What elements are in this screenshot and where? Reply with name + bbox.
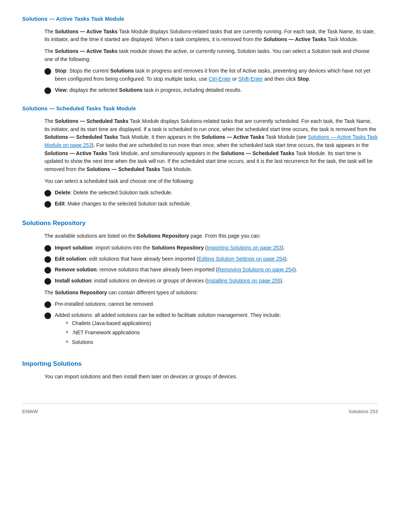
bold-text: Solutions — Active Tasks: [55, 48, 118, 54]
bold-text: Solutions — Scheduled Tasks: [55, 118, 129, 124]
paragraph: The Solutions Repository can contain dif…: [44, 289, 378, 297]
sub-list-item-text: .NET Framework applications: [72, 329, 140, 337]
list-item: Chailets (Java-based applications): [66, 319, 281, 328]
list-item-text: Install solution: install solutions on d…: [55, 277, 284, 285]
bullet-icon: [44, 201, 51, 208]
sub-bullet-icon: [66, 341, 68, 343]
bold-text: Solutions — Active Tasks: [44, 150, 107, 156]
sub-bullet-icon: [66, 331, 68, 333]
bold-text: Solutions — Active Tasks: [201, 134, 264, 140]
bold-text: Solutions: [110, 68, 134, 74]
bold-text: Solutions — Scheduled Tasks: [87, 166, 160, 172]
bold-text: Stop: [297, 76, 309, 82]
bullet-icon: [44, 245, 51, 252]
bold-text: Remove solution: [55, 267, 97, 272]
section-active-tasks: Solutions — Active Tasks Task ModuleThe …: [22, 15, 378, 94]
bold-text: Solutions Repository: [55, 290, 107, 295]
section-heading: Importing Solutions: [22, 359, 378, 369]
bullet-icon: [44, 278, 51, 285]
list-item-text: Remove solution: remove solutions that h…: [55, 266, 297, 274]
list-item-text: Edit: Make changes to the selected Solut…: [55, 200, 191, 208]
bold-text: Solutions — Active Tasks: [55, 29, 118, 34]
link[interactable]: Editing Solution Settings on page 254: [199, 256, 285, 262]
paragraph: The Solutions — Active Tasks Task Module…: [44, 28, 378, 44]
page-footer: ENWW Solutions 253: [22, 403, 378, 415]
page-container: Solutions — Active Tasks Task ModuleThe …: [22, 15, 378, 415]
sub-bullet-icon: [66, 322, 68, 324]
list-item-text: Pre-installed solutions: cannot be remov…: [55, 300, 154, 308]
list-item-text: Import solution: import solutions into t…: [55, 244, 285, 252]
sub-bullet-list: Chailets (Java-based applications).NET F…: [66, 319, 281, 347]
bold-text: Install solution: [55, 278, 91, 284]
list-item: Solutions: [66, 338, 281, 347]
bullet-list: Stop: Stops the current Solutions task i…: [44, 67, 378, 94]
list-item: Import solution: import solutions into t…: [44, 244, 378, 252]
footer-right: Solutions 253: [349, 408, 378, 415]
link[interactable]: Shift-Enter: [238, 76, 263, 82]
bullet-icon: [44, 301, 51, 308]
bold-text: Edit solution: [55, 256, 86, 262]
sub-list-item-text: Chailets (Java-based applications): [72, 319, 151, 328]
list-item-text: Stop: Stops the current Solutions task i…: [55, 67, 378, 83]
list-item: .NET Framework applications: [66, 329, 281, 337]
list-item: Edit solution: edit solutions that have …: [44, 255, 378, 263]
list-item: View: displays the selected Solutions ta…: [44, 86, 378, 94]
list-item-text: Delete: Delete the selected Solution tas…: [55, 189, 173, 197]
footer-left: ENWW: [22, 408, 38, 415]
bullet-list: Delete: Delete the selected Solution tas…: [44, 189, 378, 208]
bullet-icon: [44, 267, 51, 274]
content-block: The Solutions — Scheduled Tasks Task Mod…: [44, 117, 378, 208]
paragraph: The Solutions — Active Tasks task module…: [44, 47, 378, 63]
link[interactable]: Installing Solutions on page 255: [207, 278, 280, 284]
section-importing-solutions: Importing SolutionsYou can import soluti…: [22, 359, 378, 381]
list-item: Edit: Make changes to the selected Solut…: [44, 200, 378, 208]
list-item: Delete: Delete the selected Solution tas…: [44, 189, 378, 197]
bold-text: Solutions — Scheduled Tasks: [44, 134, 118, 140]
list-item: Pre-installed solutions: cannot be remov…: [44, 300, 378, 308]
content-block: The available solutions are listed on th…: [44, 232, 378, 349]
section-scheduled-tasks: Solutions — Scheduled Tasks Task ModuleT…: [22, 104, 378, 208]
content-block: You can import solutions and then instal…: [44, 373, 378, 381]
bold-text: Solutions Repository: [151, 245, 204, 251]
paragraph: You can select a scheduled task and choo…: [44, 177, 378, 185]
bold-text: View: [55, 87, 67, 93]
bold-text: Solutions Repository: [137, 233, 189, 239]
bullet-list: Pre-installed solutions: cannot be remov…: [44, 300, 378, 348]
list-item: Remove solution: remove solutions that h…: [44, 266, 378, 274]
list-item: Stop: Stops the current Solutions task i…: [44, 67, 378, 83]
list-item: Added solutions: all added solutions can…: [44, 311, 378, 349]
section-solutions-repository: Solutions RepositoryThe available soluti…: [22, 218, 378, 349]
section-heading: Solutions Repository: [22, 218, 378, 228]
link[interactable]: Importing Solutions on page 253: [207, 245, 282, 251]
bullet-icon: [44, 256, 51, 263]
sub-list-item-text: Solutions: [72, 338, 93, 347]
paragraph: The available solutions are listed on th…: [44, 232, 378, 240]
bold-text: Delete: [55, 190, 70, 195]
bold-text: Stop: [55, 68, 66, 74]
bullet-icon: [44, 68, 51, 75]
bullet-icon: [44, 312, 51, 319]
section-heading: Solutions — Scheduled Tasks Task Module: [22, 104, 378, 113]
bold-text: Edit: [55, 201, 64, 207]
link[interactable]: Removing Solutions on page 254: [218, 267, 294, 272]
bullet-icon: [44, 87, 51, 94]
link[interactable]: Ctrl-Enter: [209, 76, 231, 82]
bullet-list: Import solution: import solutions into t…: [44, 244, 378, 285]
list-item-text: Added solutions: all added solutions can…: [55, 311, 281, 349]
section-heading: Solutions — Active Tasks Task Module: [22, 15, 378, 23]
list-item-text: Edit solution: edit solutions that have …: [55, 255, 288, 263]
bold-text: Solutions: [119, 87, 143, 93]
paragraph: The Solutions — Scheduled Tasks Task Mod…: [44, 117, 378, 174]
bold-text: Solutions — Active Tasks: [263, 36, 326, 42]
list-item: Install solution: install solutions on d…: [44, 277, 378, 285]
bold-text: Import solution: [55, 245, 93, 251]
list-item-text: View: displays the selected Solutions ta…: [55, 86, 242, 94]
paragraph: You can import solutions and then instal…: [44, 373, 378, 381]
bold-text: Solutions — Scheduled Tasks: [221, 150, 294, 156]
content-block: The Solutions — Active Tasks Task Module…: [44, 28, 378, 94]
bullet-icon: [44, 190, 51, 197]
